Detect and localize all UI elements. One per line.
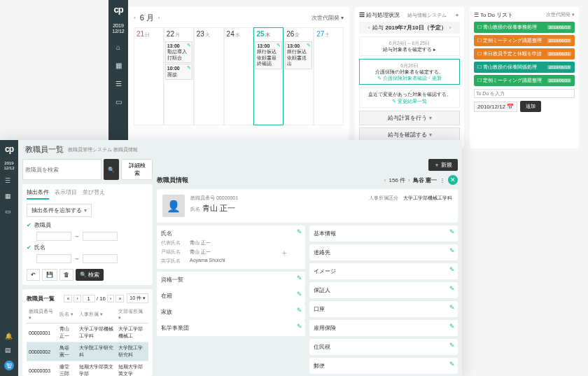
info-card[interactable]: ✎私学事業団 (157, 320, 305, 336)
per-page-select[interactable]: 10 件 ▾ (127, 293, 148, 303)
salary-step[interactable]: 6月24日～6月25日給与対象者を確定する ▸ (359, 36, 460, 56)
calendar-day[interactable]: 21日 (134, 27, 164, 125)
staff-search-input[interactable] (22, 159, 102, 180)
todo-date-picker[interactable]: 2010/12/12 📅 (474, 102, 517, 112)
table-header[interactable]: 人事所属 ▾ (77, 306, 116, 323)
info-card[interactable]: ✎雇用保険 (309, 320, 458, 336)
calendar-day[interactable]: 24水 (224, 27, 254, 125)
edit-icon[interactable]: ✎ (307, 43, 311, 48)
fg-grid-icon[interactable]: ▦ (5, 193, 13, 201)
cal-next[interactable]: › (158, 15, 160, 21)
page-next[interactable]: › (107, 295, 114, 302)
edit-icon[interactable]: ✎ (449, 323, 455, 330)
delete-button[interactable]: 🗑 (59, 269, 74, 281)
page-last[interactable]: » (115, 295, 124, 302)
cond2-to[interactable] (83, 254, 118, 263)
todo-item[interactable]: ☐ 定例ミーティング議題整理2019/06/20 (474, 75, 575, 86)
fg-list-icon[interactable]: ☰ (5, 177, 13, 186)
todo-input[interactable] (474, 89, 575, 98)
detail-next[interactable]: › (408, 177, 410, 183)
tab-conditions[interactable]: 抽出条件 (27, 188, 49, 200)
check-icon[interactable]: ✔ (27, 244, 31, 251)
calendar-day[interactable]: 27土 (314, 27, 344, 125)
info-card[interactable]: ✎在籍 (157, 288, 305, 304)
calendar-event[interactable]: 13:00 ✎勤怠導入打順合 (165, 41, 192, 63)
page-prev[interactable]: ‹ (74, 295, 80, 302)
salary-calc-btn[interactable]: 給与計算を行う ▾ (359, 111, 460, 125)
detail-prev[interactable]: ‹ (384, 177, 386, 183)
check-icon[interactable]: ✔ (27, 222, 31, 228)
page-current[interactable] (83, 295, 95, 302)
home-icon[interactable]: ⌂ (113, 42, 123, 52)
page-first[interactable]: « (64, 295, 72, 302)
info-card[interactable]: ✎連絡先 (309, 244, 458, 260)
tab-sort[interactable]: 並び替え (83, 188, 105, 200)
table-row[interactable]: 00000003藤堂 三郎短期大学部英文学部短期大学部英文学 (27, 361, 148, 377)
edit-icon[interactable]: ✎ (297, 307, 302, 314)
edit-icon[interactable]: ✎ (449, 361, 455, 368)
info-card[interactable]: ✎郵便 (309, 358, 458, 374)
edit-icon[interactable]: ✎ (187, 65, 191, 71)
salary-step[interactable]: 直近で変更があった対象を確認する。✎ 変更結果一覧 (359, 88, 460, 107)
bell-icon[interactable]: 🔔 (5, 333, 13, 341)
edit-icon[interactable]: ✎ (449, 342, 455, 349)
edit-icon[interactable]: ✎ (297, 323, 302, 330)
reset-button[interactable]: ↶ (27, 269, 40, 281)
calendar-day[interactable]: 25木13:00 ✎銀行振込依頼書最終確認 (253, 27, 284, 125)
todo-item[interactable]: ☐ 来日教員予定と休暇を申請2019/06/21 (474, 48, 575, 60)
tab-columns[interactable]: 表示項目 (55, 188, 77, 200)
list-icon[interactable]: ☰ (113, 78, 123, 88)
info-card[interactable]: ✎イメージ (309, 263, 458, 279)
info-card[interactable]: ✎保証人 (309, 282, 458, 298)
calendar-day[interactable]: 26金13:00 ✎銀行振込依頼書送出 (284, 27, 314, 125)
calendar-event[interactable]: 13:00 ✎銀行振込依頼書最終確認 (255, 41, 282, 69)
info-card[interactable]: ✎口座 (309, 301, 458, 317)
new-button[interactable]: ＋ 新規 (428, 159, 458, 171)
info-card[interactable]: ✎基本情報 (309, 225, 458, 242)
book-icon[interactable]: ▭ (113, 97, 123, 106)
table-row[interactable]: 00000002鳥谷 憲一大学院工学研究科大学院工学研究科 (27, 342, 148, 361)
info-card[interactable]: ✎住民税 (309, 339, 458, 355)
info-card[interactable]: ✎資格一覧 (157, 272, 305, 288)
edit-icon[interactable]: ✎ (297, 228, 302, 235)
info-card[interactable]: ✎家族 (157, 304, 305, 320)
calendar-day[interactable]: 22月13:00 ✎勤怠導入打順合10:00 ✎面接 (164, 27, 194, 125)
todo-item[interactable]: ☐ 青山教授の保養事務処理2019/06/18 (474, 22, 575, 33)
cal-project[interactable]: 次世代開発 ▾ (312, 14, 344, 22)
fg-page-icon[interactable]: ▭ (5, 208, 13, 216)
calendar-day[interactable]: 23火 (194, 27, 224, 125)
doc-icon[interactable]: ▤ (5, 347, 13, 355)
table-header[interactable]: 文部省所属 ▾ (116, 306, 148, 323)
close-button[interactable]: ✕ (448, 175, 458, 185)
add-icon[interactable]: ＋ (280, 247, 288, 259)
todo-item[interactable]: ☐ 青山教授の保養関係処理2019/06/18 (474, 62, 575, 73)
user-avatar-icon[interactable]: 智 (4, 361, 14, 370)
table-row[interactable]: 00000001青山 正一大学工学部機械工学科大学工学部機械工 (27, 323, 148, 342)
search-icon-button[interactable]: 🔍 (104, 159, 119, 180)
detail-search-button[interactable]: 詳細検索 (121, 159, 153, 180)
table-header[interactable]: 氏名 ▾ (57, 306, 78, 323)
todo-item[interactable]: ☐ 定例ミーティング議題整理2019/06/20 (474, 35, 575, 46)
edit-icon[interactable]: ✎ (449, 285, 455, 292)
grid-icon[interactable]: ▦ (113, 60, 123, 70)
edit-icon[interactable]: ✎ (187, 43, 191, 48)
edit-icon[interactable]: ✎ (449, 266, 455, 273)
save-button[interactable]: 💾 (42, 269, 57, 281)
salary-month-selector[interactable]: ‹ 給与 2019年7月10日（予定） › (359, 22, 460, 34)
more-icon[interactable]: ⋮ (440, 177, 445, 183)
cond1-to[interactable] (83, 232, 118, 241)
edit-icon[interactable]: ✎ (297, 274, 302, 281)
salary-step[interactable]: 6月26日介護保険の対象者を確定する。✎ 介護保険対象者確認・更新 (359, 59, 460, 85)
edit-icon[interactable]: ✎ (449, 228, 455, 235)
edit-icon[interactable]: ✎ (297, 291, 302, 298)
cond2-from[interactable] (36, 254, 71, 263)
edit-icon[interactable]: ✎ (276, 43, 281, 48)
salary-add-icon[interactable]: ＋ (454, 11, 460, 19)
edit-icon[interactable]: ✎ (449, 304, 455, 311)
todo-add-button[interactable]: 追加 (520, 101, 541, 112)
table-header[interactable]: 教職員番号 ▾ (27, 306, 57, 323)
add-condition-select[interactable]: 抽出条件を追加する ▾ (27, 204, 92, 217)
calendar-event[interactable]: 13:00 ✎銀行振込依頼書送出 (285, 41, 312, 69)
edit-icon[interactable]: ✎ (449, 247, 455, 254)
calendar-event[interactable]: 10:00 ✎面接 (165, 64, 192, 80)
